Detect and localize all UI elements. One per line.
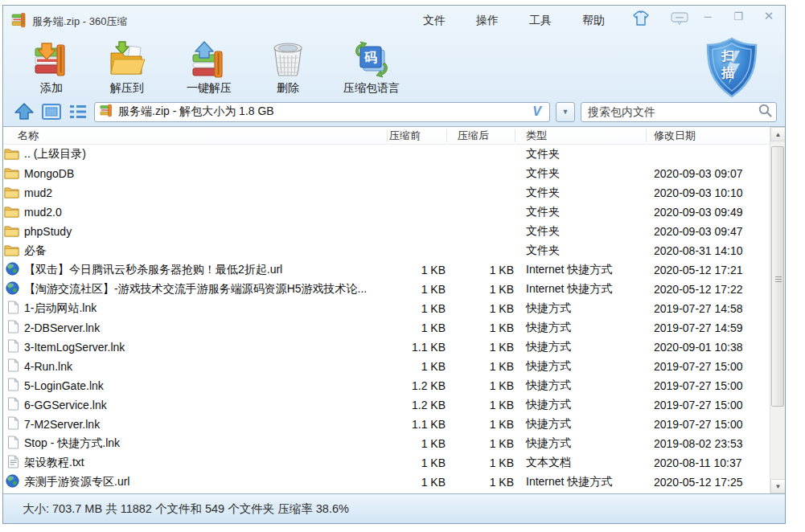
archive-language-button[interactable]: 码 压缩包语言 xyxy=(325,35,418,96)
table-row[interactable]: 2-DBServer.lnk 1 KB 1 KB 快捷方式 2019-07-27… xyxy=(3,318,770,338)
menu-operation[interactable]: 操作 xyxy=(473,13,502,29)
delete-icon xyxy=(269,39,307,80)
table-row[interactable]: mud2.0 文件夹 2020-09-03 09:49 xyxy=(3,203,770,222)
app-zip-icon xyxy=(11,12,27,31)
table-row[interactable]: 亲测手游资源专区.url 1 KB 1 KB Internet 快捷方式 202… xyxy=(3,473,770,492)
file-icon xyxy=(7,339,19,355)
scan-button[interactable]: 扫描 xyxy=(698,36,766,100)
archive-language-icon: 码 xyxy=(351,39,392,80)
scroll-up-button[interactable]: ▲ xyxy=(770,127,785,141)
one-click-extract-button[interactable]: 一键解压 xyxy=(167,35,251,96)
table-row[interactable]: 7-M2Server.lnk 1.1 KB 1 KB 快捷方式 2019-07-… xyxy=(3,415,770,434)
globe-icon xyxy=(6,262,19,278)
status-bar: 大小: 703.7 MB 共 11882 个文件和 549 个文件夹 压缩率 3… xyxy=(3,493,785,523)
search-input[interactable] xyxy=(588,105,758,118)
folder-icon xyxy=(4,166,19,182)
file-icon xyxy=(7,301,19,317)
window-title: 服务端.zip - 360压缩 xyxy=(32,14,127,29)
table-row[interactable]: 必备 文件夹 2020-08-31 14:10 xyxy=(3,241,770,260)
header-size-before[interactable]: 压缩前 xyxy=(388,129,447,142)
feedback-message-icon[interactable] xyxy=(671,11,688,29)
menu-help[interactable]: 帮助 xyxy=(579,13,608,29)
add-button-label: 添加 xyxy=(40,81,63,96)
header-modified-date[interactable]: 修改日期 xyxy=(647,129,785,143)
vertical-scrollbar[interactable]: ▲ ▼ xyxy=(770,127,785,493)
table-row[interactable]: 3-ItemLogServer.lnk 1.1 KB 1 KB 快捷方式 202… xyxy=(3,338,770,357)
search-box xyxy=(581,102,777,122)
address-zip-icon xyxy=(100,104,113,121)
search-icon[interactable] xyxy=(758,103,773,121)
up-directory-icon[interactable] xyxy=(13,102,35,121)
globe-icon xyxy=(6,281,19,297)
one-click-extract-button-label: 一键解压 xyxy=(187,81,232,96)
column-headers: 名称 压缩前 压缩后 类型 修改日期 xyxy=(3,127,785,145)
table-row[interactable]: 【双击】今日腾讯云秒杀服务器抢购！最低2折起.url 1 KB 1 KB Int… xyxy=(3,260,770,280)
one-click-extract-icon xyxy=(188,39,230,80)
minimize-button[interactable]: ─ xyxy=(696,9,719,23)
table-row[interactable]: 【淘游交流社区】-游戏技术交流手游服务端源码资源H5游戏技术论... 1 KB … xyxy=(3,280,770,299)
address-bar[interactable]: 服务端.zip - 解包大小为 1.8 GB V xyxy=(94,102,550,122)
folder-icon xyxy=(4,205,19,220)
folder-icon xyxy=(4,147,19,162)
app-window: 服务端.zip - 360压缩 文件 操作 工具 帮助 ─ xyxy=(2,5,786,524)
status-text: 大小: 703.7 MB 共 11882 个文件和 549 个文件夹 压缩率 3… xyxy=(23,501,349,517)
file-list: .. (上级目录) 文件夹 MongoDB 文件夹 2020-09-03 09:… xyxy=(3,145,770,493)
icon-view-icon[interactable] xyxy=(41,103,62,121)
table-row[interactable]: 4-Run.lnk 1 KB 1 KB 快捷方式 2019-07-27 15:0… xyxy=(3,357,770,376)
table-row[interactable]: .. (上级目录) 文件夹 xyxy=(3,145,770,164)
header-type[interactable]: 类型 xyxy=(515,129,647,142)
maximize-button[interactable]: ❐ xyxy=(727,9,750,23)
table-row[interactable]: MongoDB 文件夹 2020-09-03 09:07 xyxy=(3,164,770,183)
delete-button-label: 删除 xyxy=(277,81,299,96)
navigation-bar: 服务端.zip - 解包大小为 1.8 GB V ▼ xyxy=(3,99,785,125)
extract-to-button-label: 解压到 xyxy=(110,81,144,96)
address-v-badge: V xyxy=(532,104,544,119)
table-row[interactable]: phpStudy 文件夹 2020-09-03 09:47 xyxy=(3,222,770,241)
table-row[interactable]: Stop - 快捷方式.lnk 1 KB 1 KB 快捷方式 2019-08-0… xyxy=(3,434,770,453)
menu-file[interactable]: 文件 xyxy=(420,13,449,29)
chevron-down-icon: ▼ xyxy=(562,108,569,116)
file-icon xyxy=(7,320,19,336)
svg-text:码: 码 xyxy=(363,51,377,64)
address-path: 服务端.zip - 解包大小为 1.8 GB xyxy=(118,104,528,119)
scan-button-label: 扫描 xyxy=(715,48,749,82)
extract-to-button[interactable]: 解压到 xyxy=(87,35,167,96)
folder-icon xyxy=(4,224,19,239)
textfile-icon xyxy=(7,455,19,471)
table-row[interactable]: 1-启动网站.lnk 1 KB 1 KB 快捷方式 2019-07-27 14:… xyxy=(3,299,770,318)
archive-language-button-label: 压缩包语言 xyxy=(343,81,400,96)
file-icon xyxy=(7,436,19,452)
address-dropdown-button[interactable]: ▼ xyxy=(556,102,575,122)
file-icon xyxy=(7,397,19,413)
file-icon xyxy=(7,378,19,394)
title-bar: 服务端.zip - 360压缩 文件 操作 工具 帮助 ─ xyxy=(3,6,785,35)
extract-to-icon xyxy=(106,39,148,80)
close-button[interactable]: ✕ xyxy=(758,9,780,23)
add-button[interactable]: 添加 xyxy=(16,35,87,96)
globe-icon xyxy=(6,474,19,490)
skin-shirt-icon[interactable] xyxy=(632,10,650,30)
scroll-down-button[interactable]: ▼ xyxy=(770,479,785,493)
menu-bar: 文件 操作 工具 帮助 xyxy=(420,13,608,29)
file-icon xyxy=(7,416,19,432)
list-view-icon[interactable] xyxy=(68,103,88,121)
file-list-panel: 名称 压缩前 压缩后 类型 修改日期 .. (上级目录) 文件夹 MongoDB… xyxy=(3,126,785,493)
header-name[interactable]: 名称 xyxy=(3,129,388,142)
file-icon xyxy=(7,358,19,374)
add-archive-icon xyxy=(31,39,72,80)
folder-icon xyxy=(4,186,19,201)
folder-icon xyxy=(4,243,19,259)
delete-button[interactable]: 删除 xyxy=(251,35,325,96)
scrollbar-thumb[interactable] xyxy=(771,146,784,407)
table-row[interactable]: 架设教程.txt 1 KB 1 KB 文本文档 2020-08-11 10:37 xyxy=(3,453,770,473)
table-row[interactable]: mud2 文件夹 2020-09-03 10:10 xyxy=(3,183,770,203)
table-row[interactable]: 6-GGService.lnk 1.2 KB 1 KB 快捷方式 2019-07… xyxy=(3,395,770,415)
toolbar: 添加 解压到 xyxy=(3,35,785,99)
menu-tools[interactable]: 工具 xyxy=(526,13,555,29)
header-size-after[interactable]: 压缩后 xyxy=(447,129,515,142)
table-row[interactable]: 5-LoginGate.lnk 1.2 KB 1 KB 快捷方式 2019-07… xyxy=(3,376,770,395)
